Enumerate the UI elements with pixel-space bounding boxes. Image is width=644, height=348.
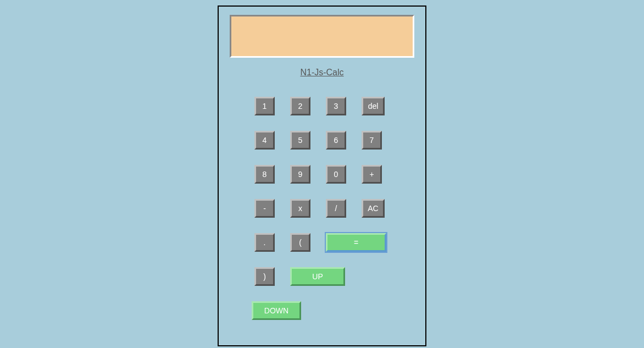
row-2: 4 5 6 7 [254,131,414,150]
key-minus[interactable]: - [254,199,275,218]
row-6: ) UP [254,267,414,286]
calculator-panel: N1-Js-Calc 1 2 3 del 4 5 6 7 8 9 0 + - x… [218,5,426,346]
row-3: 8 9 0 + [254,165,414,184]
key-up[interactable]: UP [290,267,345,286]
key-6[interactable]: 6 [326,131,346,150]
calculator-title: N1-Js-Calc [230,68,414,78]
key-close-paren[interactable]: ) [254,267,275,286]
key-dot[interactable]: . [254,233,275,252]
keypad: 1 2 3 del 4 5 6 7 8 9 0 + - x / AC . ( = [230,97,414,320]
key-8[interactable]: 8 [254,165,275,184]
key-5[interactable]: 5 [290,131,310,150]
key-9[interactable]: 9 [290,165,310,184]
key-del[interactable]: del [362,97,385,115]
row-1: 1 2 3 del [254,97,414,115]
key-multiply[interactable]: x [290,199,310,218]
key-ac[interactable]: AC [362,199,385,218]
key-divide[interactable]: / [326,199,346,218]
key-plus[interactable]: + [362,165,382,184]
key-0[interactable]: 0 [326,165,346,184]
key-4[interactable]: 4 [254,131,275,150]
key-equals[interactable]: = [326,233,386,252]
key-2[interactable]: 2 [290,97,310,115]
key-open-paren[interactable]: ( [290,233,310,252]
key-1[interactable]: 1 [254,97,275,115]
display-screen [230,15,414,58]
key-3[interactable]: 3 [326,97,346,115]
key-down[interactable]: DOWN [252,301,301,320]
row-7: DOWN [252,301,414,320]
row-5: . ( = [254,233,414,252]
key-7[interactable]: 7 [362,131,382,150]
row-4: - x / AC [254,199,414,218]
